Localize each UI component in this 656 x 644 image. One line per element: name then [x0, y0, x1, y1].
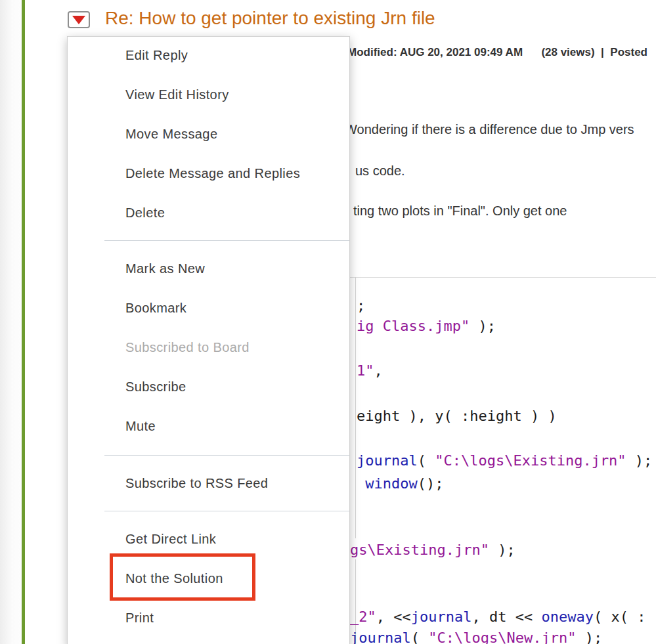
menu-item-move-message[interactable]: Move Message — [125, 123, 349, 145]
menu-item-print[interactable]: Print — [125, 607, 349, 629]
code-token: (); — [418, 475, 444, 492]
menu-item-subscribe-to-rss-feed[interactable]: Subscribe to RSS Feed — [125, 472, 349, 494]
menu-item-get-direct-link[interactable]: Get Direct Link — [125, 528, 349, 550]
code-token: ( x( : — [594, 609, 645, 625]
code-line: eight ), y( :height ) ) — [357, 407, 557, 425]
code-token: "C:\logs\New.jrn" — [428, 630, 576, 644]
post-paragraph: us code. — [355, 163, 405, 179]
code-token: "C:\logs\Existing.jrn" — [435, 452, 626, 469]
code-line: journal( "C:\logs\Existing.jrn" ); — [357, 452, 652, 470]
code-token: , dt << — [471, 609, 541, 625]
code-token: ; — [357, 297, 365, 314]
code-line: 1", — [357, 362, 383, 380]
post-title[interactable]: Re: How to get pointer to existing Jrn f… — [105, 8, 435, 29]
code-token: 1" — [357, 362, 374, 379]
not-the-solution-highlight-box — [110, 553, 255, 601]
code-token: ); — [576, 630, 602, 644]
menu-item-delete[interactable]: Delete — [125, 202, 349, 224]
code-line: gs\Existing.jrn" ); — [350, 541, 515, 559]
code-line: journal( "C:\logs\New.jrn" ); — [350, 629, 602, 644]
page-left-gutter — [0, 0, 22, 644]
code-token: journal — [350, 630, 411, 644]
post-paragraph: Wondering if there is a difference due t… — [345, 122, 634, 137]
code-token: eight ), y( :height ) ) — [357, 408, 557, 424]
menu-item-bookmark[interactable]: Bookmark — [125, 297, 349, 319]
thread-accent-bar — [22, 0, 25, 644]
menu-item-subscribe[interactable]: Subscribe — [125, 376, 349, 398]
code-token: ); — [470, 318, 496, 334]
menu-item-delete-message-and-replies[interactable]: Delete Message and Replies — [125, 162, 349, 184]
code-token: , — [374, 362, 383, 379]
code-token — [357, 475, 365, 492]
code-token: ( — [411, 630, 429, 644]
menu-item-mute[interactable]: Mute — [125, 415, 349, 437]
code-token: ( — [418, 452, 435, 469]
code-token: ig Class.jmp" — [357, 318, 470, 334]
code-token: window — [365, 475, 417, 492]
menu-item-edit-reply[interactable]: Edit Reply — [125, 44, 349, 66]
code-token: gs\Existing.jrn" — [350, 542, 489, 558]
code-token: ); — [489, 542, 515, 558]
code-token: ); — [626, 452, 653, 469]
menu-divider — [104, 240, 349, 241]
code-line: window(); — [357, 475, 443, 493]
menu-item-mark-as-new[interactable]: Mark as New — [125, 257, 349, 280]
code-block-border — [355, 277, 356, 538]
code-line: ig Class.jmp" ); — [357, 317, 496, 335]
message-options-menu: Edit Reply View Edit History Move Messag… — [67, 36, 350, 644]
code-line: ; — [357, 297, 365, 315]
code-token: , << — [376, 609, 411, 625]
code-token: journal — [411, 609, 472, 625]
menu-item-subscribed-to-board: Subscribed to Board — [125, 336, 349, 358]
menu-divider — [104, 455, 349, 456]
menu-divider — [104, 511, 349, 511]
post-paragraph: ting two plots in "Final". Only get one — [353, 204, 567, 219]
code-token: journal — [357, 452, 418, 469]
menu-item-view-edit-history[interactable]: View Edit History — [125, 83, 349, 106]
code-line: _2", <<journal, dt << oneway( x( : — [350, 608, 645, 626]
message-options-toggle-button[interactable] — [68, 11, 90, 28]
red-triangle-icon — [72, 16, 85, 24]
code-token: _2" — [350, 609, 376, 625]
code-token: oneway — [541, 609, 593, 625]
post-meta: Modified: AUG 20, 2021 09:49 AM (28 view… — [347, 46, 647, 59]
